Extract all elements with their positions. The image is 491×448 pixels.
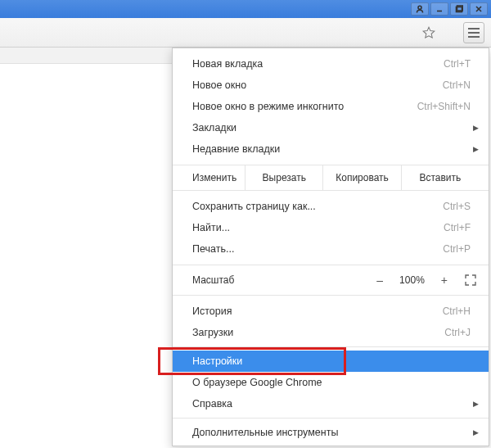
shortcut: Ctrl+S (443, 201, 471, 212)
shortcut: Ctrl+Shift+N (417, 101, 471, 112)
menu-recent-tabs[interactable]: Недавние вкладки ▶ (173, 138, 489, 160)
menu-label: Загрузки (192, 327, 444, 338)
submenu-arrow-icon: ▶ (473, 145, 479, 153)
browser-window: Новая вкладка Ctrl+T Новое окно Ctrl+N Н… (0, 0, 491, 448)
menu-about[interactable]: О браузере Google Chrome (173, 372, 489, 393)
submenu-arrow-icon: ▶ (473, 400, 479, 408)
zoom-label: Масштаб (192, 274, 368, 286)
zoom-in-button[interactable]: + (433, 270, 456, 290)
menu-label: Новое окно в режиме инкогнито (192, 101, 417, 112)
separator (173, 418, 489, 419)
shortcut: Ctrl+P (443, 243, 471, 255)
close-button[interactable] (470, 2, 488, 16)
menu-label: Дополнительные инструменты (192, 427, 471, 438)
menu-history[interactable]: История Ctrl+H (173, 301, 489, 322)
menu-label: О браузере Google Chrome (192, 377, 471, 388)
svg-point-0 (418, 6, 421, 9)
menu-label: Настройки (192, 355, 471, 367)
bookmark-star-icon[interactable] (419, 23, 439, 43)
submenu-arrow-icon: ▶ (473, 428, 479, 437)
menu-print[interactable]: Печать... Ctrl+P (173, 238, 489, 260)
menu-save-as[interactable]: Сохранить страницу как... Ctrl+S (173, 196, 489, 217)
menu-label: История (192, 305, 443, 317)
menu-zoom-row: Масштаб – 100% + (173, 265, 489, 296)
chrome-menu-button[interactable] (463, 22, 484, 43)
toolbar (0, 18, 491, 48)
menu-find[interactable]: Найти... Ctrl+F (173, 217, 489, 238)
minimize-button[interactable] (430, 2, 448, 16)
copy-button[interactable]: Копировать (322, 165, 400, 190)
menu-edit-row: Изменить Вырезать Копировать Вставить (173, 165, 489, 191)
cut-button[interactable]: Вырезать (245, 165, 322, 190)
menu-incognito[interactable]: Новое окно в режиме инкогнито Ctrl+Shift… (173, 96, 489, 117)
chrome-menu: Новая вкладка Ctrl+T Новое окно Ctrl+N Н… (172, 48, 489, 446)
shortcut: Ctrl+H (443, 305, 471, 317)
shortcut: Ctrl+N (443, 79, 471, 91)
menu-settings[interactable]: Настройки (173, 351, 489, 372)
menu-label: Закладки (192, 122, 471, 133)
fullscreen-button[interactable] (464, 274, 477, 287)
separator (173, 346, 489, 347)
shortcut: Ctrl+T (444, 58, 471, 70)
zoom-value: 100% (391, 271, 433, 289)
titlebar (0, 0, 491, 18)
menu-label: Новая вкладка (192, 58, 444, 70)
zoom-out-button[interactable]: – (368, 270, 391, 290)
user-button[interactable] (411, 2, 429, 16)
menu-new-tab[interactable]: Новая вкладка Ctrl+T (173, 53, 489, 75)
paste-button[interactable]: Вставить (401, 165, 489, 190)
edit-label: Изменить (173, 165, 245, 190)
menu-bookmarks[interactable]: Закладки ▶ (173, 117, 489, 138)
menu-new-window[interactable]: Новое окно Ctrl+N (173, 75, 489, 96)
shortcut: Ctrl+F (444, 222, 471, 233)
menu-downloads[interactable]: Загрузки Ctrl+J (173, 322, 489, 343)
menu-label: Новое окно (192, 79, 443, 91)
menu-help[interactable]: Справка ▶ (173, 393, 489, 414)
menu-label: Сохранить страницу как... (192, 201, 443, 212)
menu-label: Недавние вкладки (192, 143, 471, 155)
shortcut: Ctrl+J (444, 327, 471, 338)
submenu-arrow-icon: ▶ (473, 124, 479, 132)
menu-label: Справка (192, 398, 471, 410)
tab-strip-bg (0, 48, 172, 64)
separator (173, 446, 489, 447)
menu-label: Найти... (192, 222, 444, 233)
maximize-button[interactable] (450, 2, 468, 16)
menu-more-tools[interactable]: Дополнительные инструменты ▶ (173, 422, 489, 443)
menu-label: Печать... (192, 243, 443, 255)
